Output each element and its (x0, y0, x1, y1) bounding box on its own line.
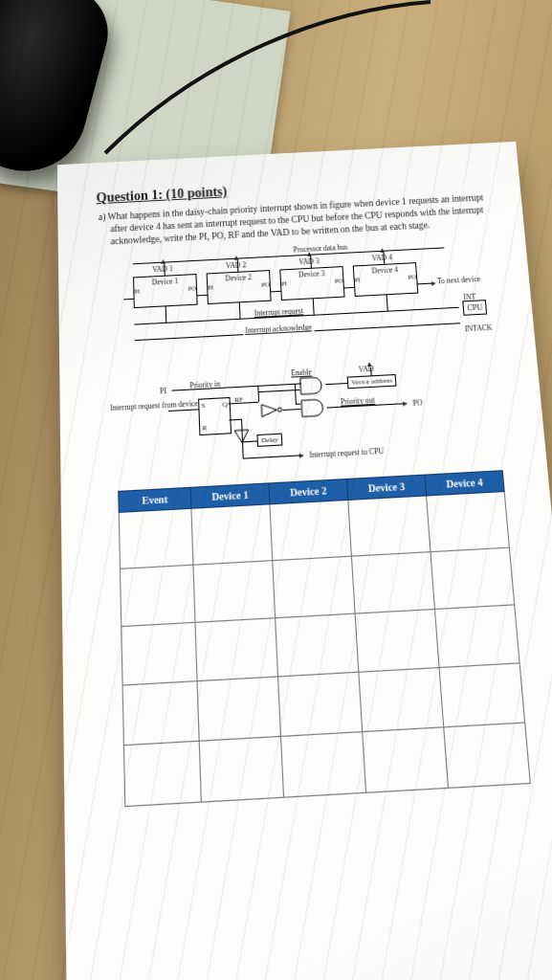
device4-box: Device 4 PI PO (353, 263, 419, 298)
po-pin: PO (188, 285, 196, 293)
header-device3: Device 3 (346, 476, 426, 501)
int-req-label: Interrupt request (252, 306, 305, 318)
header-device4: Device 4 (425, 471, 504, 496)
exam-sheet: Question 1: (10 points) a) What happens … (57, 142, 552, 980)
device3-box: Device 3 PI PO (279, 266, 344, 301)
vad-label: VAD (358, 365, 374, 374)
int-ack-label: Interrupt acknowledge (243, 323, 314, 335)
green-paper (0, 0, 291, 220)
inverter-gate (260, 403, 283, 418)
pi-pin: PI (134, 288, 140, 295)
and-gate-po (300, 398, 327, 418)
enable-label: Enable (291, 368, 312, 378)
table-row (121, 605, 519, 685)
device2-box: Device 2 PI PO (207, 270, 272, 304)
device3-label: Device 3 (280, 269, 342, 280)
vector-address-box: Vector address (347, 374, 397, 389)
computer-mouse (0, 0, 119, 185)
device4-label: Device 4 (354, 265, 416, 277)
desk-surface: Question 1: (10 points) a) What happens … (0, 0, 552, 980)
vad1-label: VAD 1 (152, 265, 173, 275)
and-gate-enable (299, 376, 326, 395)
table-row (123, 724, 530, 808)
table-row (121, 548, 515, 627)
rf-label: RF (234, 396, 243, 405)
mouse-cable (86, 0, 450, 163)
question-text: a) What happens in the daisy-chain prior… (110, 191, 497, 248)
to-next-label: To next device (437, 275, 481, 285)
priority-out-label: Priority out (341, 396, 376, 407)
header-device2: Device 2 (269, 479, 348, 504)
pi-label: PI (160, 387, 166, 396)
answer-table: Event Device 1 Device 2 Device 3 Device … (118, 471, 531, 808)
vad2-label: VAD 2 (226, 261, 247, 271)
irq-cpu-label: Interrupt request to CPU (309, 447, 385, 460)
po-label: PO (412, 398, 423, 408)
intack-label: INTACK (465, 323, 493, 334)
cpu-box: CPU (463, 301, 487, 317)
open-collector-gate (233, 429, 250, 444)
table-row (122, 663, 525, 746)
logic-diagram: PI Priority in Interrupt request from de… (160, 367, 476, 480)
flip-flop: S Q R RF (198, 397, 232, 435)
vad3-label: VAD 3 (298, 257, 320, 267)
table-row (119, 492, 509, 569)
int-req-from-label: Interrupt request from device (110, 401, 166, 413)
daisy-chain-diagram: Processor data bus VAD 1 VAD 2 VAD 3 VAD… (122, 238, 482, 374)
header-event: Event (119, 488, 191, 513)
delay-box: Delay (256, 434, 282, 447)
header-device1: Device 1 (190, 483, 270, 508)
priority-in-label: Priority in (189, 380, 220, 390)
device2-label: Device 2 (208, 273, 270, 284)
svg-point-0 (277, 408, 281, 412)
question-heading: Question 1: (10 points) (96, 170, 493, 206)
device1-box: Device 1 PI PO (133, 274, 198, 308)
table-header-row: Event Device 1 Device 2 Device 3 Device … (119, 471, 504, 513)
int-label: INT (463, 293, 476, 302)
bus-label: Processor data bus (293, 243, 347, 255)
vad4-label: VAD 4 (371, 254, 392, 263)
device1-label: Device 1 (134, 277, 196, 288)
